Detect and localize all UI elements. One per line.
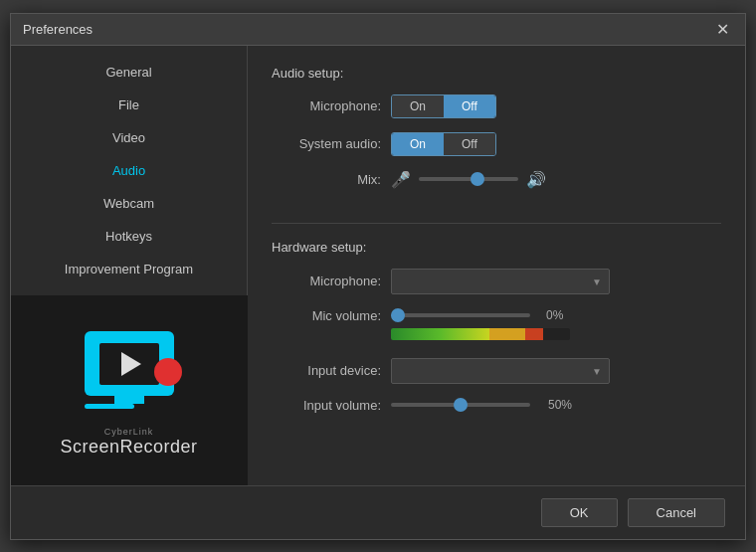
sidebar-item-webcam[interactable]: Webcam: [11, 187, 247, 220]
hardware-microphone-row: Microphone: ▼: [272, 269, 721, 294]
logo-brand: CyberLink: [60, 427, 197, 437]
logo-product: ScreenRecorder: [60, 437, 197, 458]
audio-setup-section: Audio setup: Microphone: On Off System a…: [272, 66, 721, 203]
microphone-toggle-group: On Off: [391, 94, 496, 118]
hardware-microphone-label: Microphone:: [272, 274, 381, 288]
ok-button[interactable]: OK: [541, 498, 618, 527]
mic-volume-label: Mic volume:: [272, 308, 381, 323]
input-device-dropdown-wrapper: ▼: [391, 358, 610, 384]
input-volume-slider[interactable]: [391, 403, 530, 407]
close-button[interactable]: ✕: [712, 18, 733, 41]
sidebar-item-audio[interactable]: Audio: [11, 154, 247, 187]
mic-icon: 🎤: [391, 170, 411, 189]
mic-volume-bar-container: [391, 328, 570, 340]
logo-monitor-inner: [99, 343, 159, 385]
sidebar-item-video[interactable]: Video: [11, 121, 247, 154]
system-audio-label: System audio:: [272, 136, 381, 151]
mic-volume-slider[interactable]: [391, 313, 530, 317]
mic-volume-percent: 0%: [546, 308, 563, 322]
input-device-dropdown[interactable]: [391, 358, 610, 384]
logo-box: CyberLink ScreenRecorder: [11, 295, 248, 485]
sidebar-item-improvement[interactable]: Improvement Program: [11, 253, 247, 285]
mix-controls: 🎤 🔊: [391, 170, 546, 189]
speaker-icon: 🔊: [526, 170, 546, 189]
system-audio-toggle-group: On Off: [391, 132, 496, 156]
content-area: General File Video Audio Webcam Hotkeys …: [11, 46, 745, 485]
mic-volume-bar: [391, 328, 570, 340]
microphone-dropdown-wrapper: ▼: [391, 269, 610, 294]
mic-volume-top: 0%: [391, 308, 570, 322]
mix-slider[interactable]: [419, 177, 518, 181]
microphone-on-button[interactable]: On: [392, 95, 444, 117]
main-panel: Audio setup: Microphone: On Off System a…: [248, 46, 745, 485]
input-volume-label: Input volume:: [272, 398, 381, 413]
sidebar: General File Video Audio Webcam Hotkeys …: [11, 46, 248, 485]
logo-record-dot: [154, 358, 182, 386]
logo-icon: [85, 331, 174, 409]
footer: OK Cancel: [11, 485, 745, 539]
hardware-setup-section: Hardware setup: Microphone: ▼ Mic volume…: [272, 223, 721, 427]
system-audio-toggle-row: System audio: On Off: [272, 132, 721, 156]
hardware-setup-title: Hardware setup:: [272, 240, 721, 255]
logo-base: [85, 404, 134, 409]
input-volume-percent: 50%: [548, 398, 572, 412]
logo-stand: [114, 396, 144, 404]
mix-label: Mix:: [272, 172, 381, 187]
microphone-off-button[interactable]: Off: [444, 95, 495, 117]
volume-bar-yellow: [489, 328, 525, 340]
dialog-title: Preferences: [23, 22, 93, 37]
microphone-dropdown[interactable]: [391, 269, 610, 294]
volume-bar-red: [525, 328, 543, 340]
logo-play-icon: [121, 352, 141, 376]
sidebar-nav: General File Video Audio Webcam Hotkeys …: [11, 46, 247, 295]
system-audio-on-button[interactable]: On: [392, 133, 444, 155]
mic-volume-controls: 0%: [391, 308, 570, 340]
mix-row: Mix: 🎤 🔊: [272, 170, 721, 189]
volume-bar-green: [391, 328, 489, 340]
sidebar-item-hotkeys[interactable]: Hotkeys: [11, 220, 247, 253]
sidebar-item-file[interactable]: File: [11, 89, 247, 121]
logo-text-box: CyberLink ScreenRecorder: [60, 427, 197, 458]
sidebar-item-general[interactable]: General: [11, 56, 247, 89]
microphone-label: Microphone:: [272, 98, 381, 113]
system-audio-off-button[interactable]: Off: [444, 133, 495, 155]
logo-monitor: [85, 331, 174, 396]
mic-volume-row: Mic volume: 0%: [272, 308, 721, 340]
preferences-dialog: Preferences ✕ General File Video Audio W…: [10, 13, 746, 540]
microphone-toggle-row: Microphone: On Off: [272, 94, 721, 118]
input-volume-row: Input volume: 50%: [272, 398, 721, 413]
title-bar: Preferences ✕: [11, 14, 745, 46]
sidebar-logo-area: CyberLink ScreenRecorder: [11, 295, 247, 485]
input-device-row: Input device: ▼: [272, 358, 721, 384]
cancel-button[interactable]: Cancel: [628, 498, 725, 527]
input-device-label: Input device:: [272, 363, 381, 378]
audio-setup-title: Audio setup:: [272, 66, 721, 81]
